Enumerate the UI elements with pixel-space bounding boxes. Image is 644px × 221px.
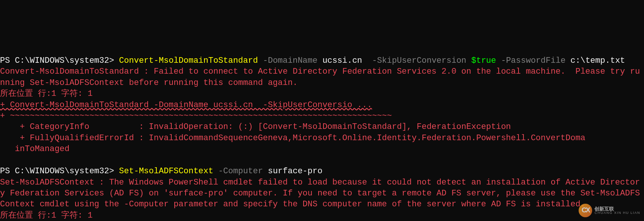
ps-error-message: Convert-MsolDomainToStandard : Failed to…	[0, 67, 640, 87]
ps-error-fqid-cont: inToManaged	[0, 144, 70, 154]
ps-error-position: 所在位置 行:1 字符: 1	[0, 89, 92, 98]
terminal-line: PS C:\WINDOWS\system32> Convert-MsolDoma…	[0, 56, 625, 65]
ps-space	[317, 56, 322, 65]
ps-command: Set-MsolADFSContext	[119, 167, 213, 176]
ps-space	[466, 56, 471, 65]
ps-variable: $true	[471, 56, 496, 65]
ps-argument: c:\temp.txt	[570, 56, 625, 65]
ps-error-tilde: + ~~~~~~~~~~~~~~~~~~~~~~~~~~~~~~~~~~~~~~…	[0, 111, 392, 121]
ps-space	[263, 167, 268, 176]
ps-command: Convert-MsolDomainToStandard	[119, 56, 258, 65]
ps-error-position: 所在位置 行:1 字符: 1	[0, 211, 92, 220]
ps-parameter: -SkipUserConversion	[372, 56, 466, 65]
ps-space	[565, 56, 570, 65]
ps-space	[496, 56, 501, 65]
ps-error-message: Set-MsolADFSContext : The Windows PowerS…	[0, 178, 640, 209]
ps-prompt: PS C:\WINDOWS\system32>	[0, 56, 119, 65]
terminal-line: PS C:\WINDOWS\system32> Set-MsolADFSCont…	[0, 167, 322, 176]
powershell-terminal[interactable]: PS C:\WINDOWS\system32> Convert-MsolDoma…	[0, 55, 644, 221]
ps-parameter: -DomainName	[263, 56, 317, 65]
ps-error-trace: + Convert-MsolDomainToStandard -DomainNa…	[0, 100, 372, 110]
ps-argument: surface-pro	[268, 167, 322, 176]
ps-prompt: PS C:\WINDOWS\system32>	[0, 167, 119, 176]
ps-space	[213, 167, 218, 176]
ps-space	[258, 56, 263, 65]
ps-space	[362, 56, 372, 65]
ps-error-blank	[0, 156, 5, 165]
ps-argument: ucssi.cn	[322, 56, 362, 65]
ps-error-fqid: + FullyQualifiedErrorId : InvalidCommand…	[0, 133, 585, 143]
ps-parameter: -Computer	[218, 167, 263, 176]
ps-parameter: -PasswordFile	[501, 56, 565, 65]
ps-error-category: + CategoryInfo : InvalidOperation: (:) […	[0, 122, 511, 132]
